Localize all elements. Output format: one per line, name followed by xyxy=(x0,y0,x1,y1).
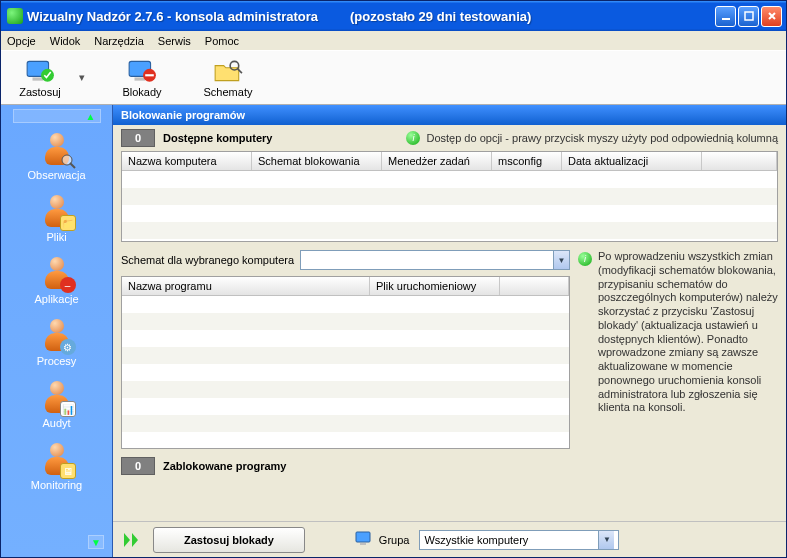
svg-rect-1 xyxy=(745,12,753,20)
blocked-title: Zablokowane programy xyxy=(163,460,286,472)
maximize-button[interactable] xyxy=(738,6,759,27)
blocked-count: 0 xyxy=(121,457,155,475)
svg-rect-6 xyxy=(135,77,146,80)
toolbar-schematy-label: Schematy xyxy=(204,86,253,98)
programs-grid-header: Nazwa programu Plik uruchomieniowy xyxy=(122,277,569,296)
sidebar-scroll-up[interactable]: ▲ xyxy=(13,109,101,123)
available-section-header: 0 Dostępne komputery i Dostęp do opcji -… xyxy=(113,125,786,151)
col-empty xyxy=(702,152,777,170)
col-prog-empty xyxy=(500,277,569,295)
folder-search-icon xyxy=(213,58,243,84)
person-monitor-icon: 🖥 xyxy=(40,443,74,477)
close-button[interactable] xyxy=(761,6,782,27)
schema-select[interactable]: ▼ xyxy=(300,250,570,270)
menu-narzedzia[interactable]: Narzędzia xyxy=(94,35,144,47)
sidebar-item-label: Aplikacje xyxy=(34,293,78,305)
person-block-icon: – xyxy=(40,257,74,291)
sidebar-item-obserwacja[interactable]: Obserwacja xyxy=(1,127,112,189)
monitor-small-icon xyxy=(355,531,373,549)
computers-grid-header: Nazwa komputera Schemat blokowania Mened… xyxy=(122,152,777,171)
toolbar-zastosuj[interactable]: Zastosuj xyxy=(9,58,71,98)
info-icon: i xyxy=(406,131,420,145)
col-prog-name[interactable]: Nazwa programu xyxy=(122,277,370,295)
menu-opcje[interactable]: Opcje xyxy=(7,35,36,47)
col-update[interactable]: Data aktualizacji xyxy=(562,152,702,170)
app-window: Wizualny Nadzór 2.7.6 - konsola administ… xyxy=(0,0,787,558)
sidebar-scroll-down[interactable]: ▼ xyxy=(88,535,104,549)
play-icon[interactable] xyxy=(121,530,143,550)
info-panel: i Po wprowadzeniu wszystkich zmian (mody… xyxy=(578,250,778,415)
person-gear-icon: ⚙ xyxy=(40,319,74,353)
sidebar-item-aplikacje[interactable]: – Aplikacje xyxy=(1,251,112,313)
sidebar-item-label: Procesy xyxy=(37,355,77,367)
computers-grid[interactable]: Nazwa komputera Schemat blokowania Mened… xyxy=(121,151,778,242)
toolbar-schematy[interactable]: Schematy xyxy=(197,58,259,98)
group-label: Grupa xyxy=(379,534,410,546)
svg-rect-8 xyxy=(145,74,154,76)
toolbar: Zastosuj ▾ Blokady Schematy xyxy=(1,51,786,105)
minimize-button[interactable] xyxy=(715,6,736,27)
apply-locks-label: Zastosuj blokady xyxy=(184,534,274,546)
toolbar-blokady-label: Blokady xyxy=(122,86,161,98)
chevron-down-icon: ▼ xyxy=(598,531,614,549)
programs-grid[interactable]: Nazwa programu Plik uruchomieniowy xyxy=(121,276,570,449)
blocked-section-header: 0 Zablokowane programy xyxy=(113,453,786,479)
col-prog-exe[interactable]: Plik uruchomieniowy xyxy=(370,277,500,295)
svg-rect-3 xyxy=(33,77,44,80)
person-magnifier-icon xyxy=(40,133,74,167)
group-select[interactable]: Wszystkie komputery ▼ xyxy=(419,530,619,550)
menu-serwis[interactable]: Serwis xyxy=(158,35,191,47)
menu-pomoc[interactable]: Pomoc xyxy=(205,35,239,47)
toolbar-blokady[interactable]: Blokady xyxy=(111,58,173,98)
person-folder-icon: 📁 xyxy=(40,195,74,229)
svg-rect-11 xyxy=(356,532,370,542)
info-text: Po wprowadzeniu wszystkich zmian (modyfi… xyxy=(598,250,778,415)
svg-rect-0 xyxy=(722,18,730,20)
sidebar-item-monitoring[interactable]: 🖥 Monitoring xyxy=(1,437,112,499)
group-value: Wszystkie komputery xyxy=(424,534,528,546)
info-icon: i xyxy=(578,252,592,266)
programs-grid-body[interactable] xyxy=(122,296,569,448)
menubar: Opcje Widok Narzędzia Serwis Pomoc xyxy=(1,31,786,51)
sidebar-item-label: Pliki xyxy=(46,231,66,243)
apply-locks-button[interactable]: Zastosuj blokady xyxy=(153,527,305,553)
computers-grid-body[interactable] xyxy=(122,171,777,241)
available-hint: i Dostęp do opcji - prawy przycisk myszy… xyxy=(406,131,778,145)
title-trial: (pozostało 29 dni testowania) xyxy=(350,9,531,24)
menu-widok[interactable]: Widok xyxy=(50,35,81,47)
sidebar-item-pliki[interactable]: 📁 Pliki xyxy=(1,189,112,251)
sidebar-item-label: Obserwacja xyxy=(27,169,85,181)
app-icon xyxy=(7,8,23,24)
main-pane: Blokowanie programów 0 Dostępne komputer… xyxy=(113,105,786,557)
available-title: Dostępne komputery xyxy=(163,132,272,144)
title-app: Wizualny Nadzór 2.7.6 - konsola administ… xyxy=(27,9,318,24)
sidebar-item-label: Audyt xyxy=(42,417,70,429)
dropdown-arrow-icon[interactable]: ▾ xyxy=(77,63,87,93)
schema-select-label: Schemat dla wybranego komputera xyxy=(121,254,294,266)
col-taskmgr[interactable]: Menedżer zadań xyxy=(382,152,492,170)
available-count: 0 xyxy=(121,129,155,147)
title-text: Wizualny Nadzór 2.7.6 - konsola administ… xyxy=(27,9,715,24)
footer-bar: Zastosuj blokady Grupa Wszystkie kompute… xyxy=(113,521,786,557)
person-chart-icon: 📊 xyxy=(40,381,74,415)
col-msconfig[interactable]: msconfig xyxy=(492,152,562,170)
sidebar: ▲ Obserwacja 📁 Pliki – Aplikacje ⚙ Proce… xyxy=(1,105,113,557)
monitor-green-icon xyxy=(25,58,55,84)
toolbar-zastosuj-label: Zastosuj xyxy=(19,86,61,98)
sidebar-item-procesy[interactable]: ⚙ Procesy xyxy=(1,313,112,375)
col-schema[interactable]: Schemat blokowania xyxy=(252,152,382,170)
monitor-block-icon xyxy=(127,58,157,84)
pane-header: Blokowanie programów xyxy=(113,105,786,125)
svg-rect-12 xyxy=(360,543,366,545)
available-hint-text: Dostęp do opcji - prawy przycisk myszy u… xyxy=(426,132,778,144)
chevron-down-icon: ▼ xyxy=(553,251,569,269)
titlebar[interactable]: Wizualny Nadzór 2.7.6 - konsola administ… xyxy=(1,1,786,31)
col-name[interactable]: Nazwa komputera xyxy=(122,152,252,170)
sidebar-item-label: Monitoring xyxy=(31,479,82,491)
sidebar-item-audyt[interactable]: 📊 Audyt xyxy=(1,375,112,437)
